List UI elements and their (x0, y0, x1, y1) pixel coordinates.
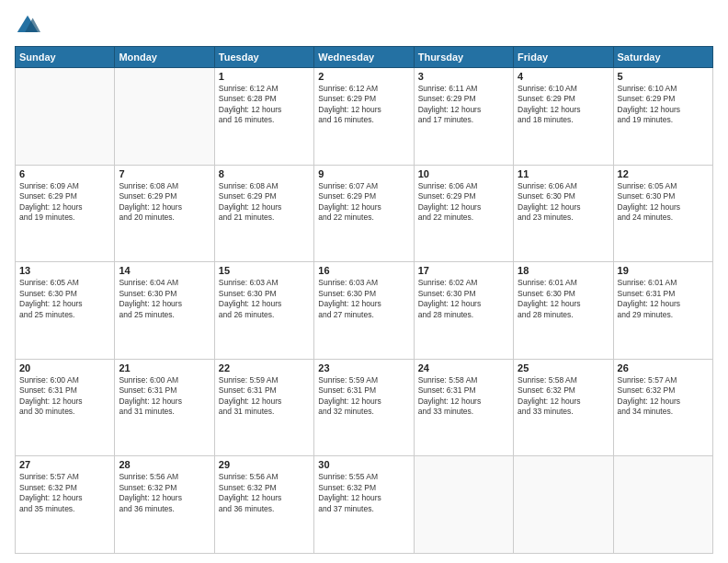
calendar-row-4: 27Sunrise: 5:57 AMSunset: 6:32 PMDayligh… (16, 456, 713, 554)
day-number: 12 (618, 168, 709, 179)
cell-text: Sunrise: 5:56 AMSunset: 6:32 PMDaylight:… (119, 472, 210, 514)
calendar-cell: 13Sunrise: 6:05 AMSunset: 6:30 PMDayligh… (16, 262, 115, 360)
day-number: 1 (219, 71, 310, 82)
calendar-cell: 15Sunrise: 6:03 AMSunset: 6:30 PMDayligh… (214, 262, 313, 360)
day-number: 7 (119, 168, 210, 179)
cell-text: Sunrise: 6:10 AMSunset: 6:29 PMDaylight:… (518, 84, 609, 126)
day-number: 26 (618, 362, 709, 373)
day-number: 8 (219, 168, 310, 179)
day-number: 19 (618, 265, 709, 276)
calendar-cell (414, 456, 513, 554)
calendar-cell: 1Sunrise: 6:12 AMSunset: 6:28 PMDaylight… (214, 68, 313, 166)
calendar-cell: 26Sunrise: 5:57 AMSunset: 6:32 PMDayligh… (613, 359, 712, 456)
calendar-cell: 19Sunrise: 6:01 AMSunset: 6:31 PMDayligh… (613, 262, 712, 360)
cell-text: Sunrise: 5:57 AMSunset: 6:32 PMDaylight:… (618, 375, 709, 418)
day-number: 14 (119, 265, 210, 276)
cell-text: Sunrise: 6:03 AMSunset: 6:30 PMDaylight:… (219, 278, 310, 320)
weekday-header-wednesday: Wednesday (314, 47, 414, 68)
calendar-table: SundayMondayTuesdayWednesdayThursdayFrid… (15, 46, 713, 554)
day-number: 24 (418, 362, 509, 373)
calendar-cell: 22Sunrise: 5:59 AMSunset: 6:31 PMDayligh… (214, 359, 313, 456)
cell-text: Sunrise: 5:59 AMSunset: 6:31 PMDaylight:… (318, 375, 409, 418)
day-number: 2 (318, 71, 409, 82)
calendar-cell (115, 68, 214, 166)
calendar-cell (514, 456, 613, 554)
calendar-cell: 17Sunrise: 6:02 AMSunset: 6:30 PMDayligh… (414, 262, 513, 360)
calendar-cell: 20Sunrise: 6:00 AMSunset: 6:31 PMDayligh… (16, 359, 115, 456)
day-number: 18 (518, 265, 609, 276)
cell-text: Sunrise: 5:58 AMSunset: 6:32 PMDaylight:… (518, 375, 609, 418)
cell-text: Sunrise: 6:11 AMSunset: 6:29 PMDaylight:… (418, 84, 509, 126)
calendar-cell: 4Sunrise: 6:10 AMSunset: 6:29 PMDaylight… (514, 68, 613, 166)
day-number: 9 (318, 168, 409, 179)
calendar-cell: 7Sunrise: 6:08 AMSunset: 6:29 PMDaylight… (115, 165, 214, 262)
calendar-cell: 25Sunrise: 5:58 AMSunset: 6:32 PMDayligh… (514, 359, 613, 456)
cell-text: Sunrise: 5:59 AMSunset: 6:31 PMDaylight:… (219, 375, 310, 418)
calendar-cell: 5Sunrise: 6:10 AMSunset: 6:29 PMDaylight… (613, 68, 712, 166)
logo-icon (15, 13, 40, 39)
cell-text: Sunrise: 6:02 AMSunset: 6:30 PMDaylight:… (418, 278, 509, 320)
cell-text: Sunrise: 6:01 AMSunset: 6:30 PMDaylight:… (518, 278, 609, 320)
cell-text: Sunrise: 6:05 AMSunset: 6:30 PMDaylight:… (19, 278, 110, 320)
day-number: 23 (318, 362, 409, 373)
calendar-row-0: 1Sunrise: 6:12 AMSunset: 6:28 PMDaylight… (16, 68, 713, 166)
day-number: 13 (19, 265, 110, 276)
calendar-cell: 24Sunrise: 5:58 AMSunset: 6:31 PMDayligh… (414, 359, 513, 456)
calendar-cell (16, 68, 115, 166)
calendar-cell: 28Sunrise: 5:56 AMSunset: 6:32 PMDayligh… (115, 456, 214, 554)
calendar-cell: 21Sunrise: 6:00 AMSunset: 6:31 PMDayligh… (115, 359, 214, 456)
day-number: 10 (418, 168, 509, 179)
day-number: 29 (219, 459, 310, 470)
day-number: 11 (518, 168, 609, 179)
cell-text: Sunrise: 6:01 AMSunset: 6:31 PMDaylight:… (618, 278, 709, 320)
cell-text: Sunrise: 5:56 AMSunset: 6:32 PMDaylight:… (219, 472, 310, 514)
weekday-header-monday: Monday (115, 47, 214, 68)
calendar-cell: 23Sunrise: 5:59 AMSunset: 6:31 PMDayligh… (314, 359, 414, 456)
calendar-cell: 14Sunrise: 6:04 AMSunset: 6:30 PMDayligh… (115, 262, 214, 360)
cell-text: Sunrise: 6:08 AMSunset: 6:29 PMDaylight:… (119, 181, 210, 224)
cell-text: Sunrise: 5:55 AMSunset: 6:32 PMDaylight:… (318, 472, 409, 514)
weekday-header-thursday: Thursday (414, 47, 513, 68)
weekday-header-row: SundayMondayTuesdayWednesdayThursdayFrid… (16, 47, 713, 68)
cell-text: Sunrise: 6:06 AMSunset: 6:30 PMDaylight:… (518, 181, 609, 224)
calendar-cell: 9Sunrise: 6:07 AMSunset: 6:29 PMDaylight… (314, 165, 414, 262)
cell-text: Sunrise: 5:58 AMSunset: 6:31 PMDaylight:… (418, 375, 509, 418)
weekday-header-saturday: Saturday (613, 47, 712, 68)
calendar-cell: 18Sunrise: 6:01 AMSunset: 6:30 PMDayligh… (514, 262, 613, 360)
page: SundayMondayTuesdayWednesdayThursdayFrid… (0, 0, 728, 563)
cell-text: Sunrise: 6:00 AMSunset: 6:31 PMDaylight:… (119, 375, 210, 418)
weekday-header-sunday: Sunday (16, 47, 115, 68)
day-number: 16 (318, 265, 409, 276)
calendar-cell: 27Sunrise: 5:57 AMSunset: 6:32 PMDayligh… (16, 456, 115, 554)
day-number: 20 (19, 362, 110, 373)
day-number: 6 (19, 168, 110, 179)
calendar-cell: 6Sunrise: 6:09 AMSunset: 6:29 PMDaylight… (16, 165, 115, 262)
calendar-cell: 16Sunrise: 6:03 AMSunset: 6:30 PMDayligh… (314, 262, 414, 360)
cell-text: Sunrise: 6:10 AMSunset: 6:29 PMDaylight:… (618, 84, 709, 126)
weekday-header-friday: Friday (514, 47, 613, 68)
calendar-row-3: 20Sunrise: 6:00 AMSunset: 6:31 PMDayligh… (16, 359, 713, 456)
weekday-header-tuesday: Tuesday (214, 47, 313, 68)
cell-text: Sunrise: 6:00 AMSunset: 6:31 PMDaylight:… (19, 375, 110, 418)
calendar-cell (613, 456, 712, 554)
day-number: 15 (219, 265, 310, 276)
cell-text: Sunrise: 6:07 AMSunset: 6:29 PMDaylight:… (318, 181, 409, 224)
calendar-cell: 2Sunrise: 6:12 AMSunset: 6:29 PMDaylight… (314, 68, 414, 166)
day-number: 21 (119, 362, 210, 373)
logo (15, 13, 44, 39)
cell-text: Sunrise: 5:57 AMSunset: 6:32 PMDaylight:… (19, 472, 110, 514)
cell-text: Sunrise: 6:12 AMSunset: 6:28 PMDaylight:… (219, 84, 310, 126)
calendar-row-1: 6Sunrise: 6:09 AMSunset: 6:29 PMDaylight… (16, 165, 713, 262)
calendar-cell: 30Sunrise: 5:55 AMSunset: 6:32 PMDayligh… (314, 456, 414, 554)
cell-text: Sunrise: 6:05 AMSunset: 6:30 PMDaylight:… (618, 181, 709, 224)
calendar-row-2: 13Sunrise: 6:05 AMSunset: 6:30 PMDayligh… (16, 262, 713, 360)
calendar-cell: 29Sunrise: 5:56 AMSunset: 6:32 PMDayligh… (214, 456, 313, 554)
day-number: 27 (19, 459, 110, 470)
day-number: 25 (518, 362, 609, 373)
calendar-cell: 12Sunrise: 6:05 AMSunset: 6:30 PMDayligh… (613, 165, 712, 262)
cell-text: Sunrise: 6:08 AMSunset: 6:29 PMDaylight:… (219, 181, 310, 224)
day-number: 5 (618, 71, 709, 82)
calendar-cell: 11Sunrise: 6:06 AMSunset: 6:30 PMDayligh… (514, 165, 613, 262)
calendar-cell: 3Sunrise: 6:11 AMSunset: 6:29 PMDaylight… (414, 68, 513, 166)
cell-text: Sunrise: 6:03 AMSunset: 6:30 PMDaylight:… (318, 278, 409, 320)
